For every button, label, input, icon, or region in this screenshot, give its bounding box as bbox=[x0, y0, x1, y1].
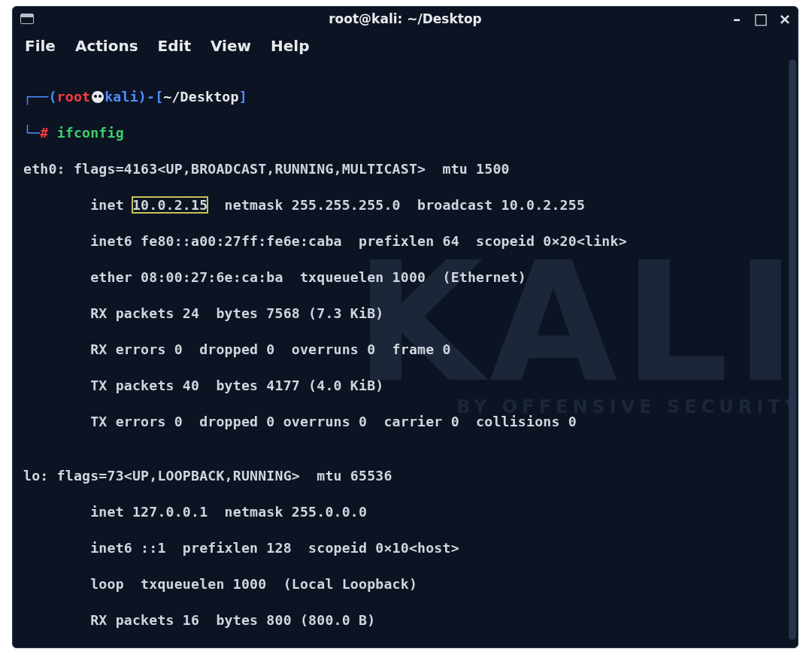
out-eth0-6: RX errors 0 dropped 0 overruns 0 frame 0 bbox=[23, 341, 786, 359]
terminal-viewport[interactable]: KALI BY OFFENSIVE SECURITY ┌──(rootkali)… bbox=[13, 61, 798, 647]
out-eth0-2b: netmask 255.255.255.0 broadcast 10.0.2.2… bbox=[208, 197, 585, 213]
out-eth0-1: eth0: flags=4163<UP,BROADCAST,RUNNING,MU… bbox=[23, 160, 786, 178]
prompt-path: ~/Desktop bbox=[163, 89, 238, 105]
out-lo-6: RX errors 0 dropped 0 overruns 0 frame 0 bbox=[23, 647, 786, 648]
out-lo-2: inet 127.0.0.1 netmask 255.0.0.0 bbox=[23, 503, 786, 521]
prompt-user: root bbox=[57, 89, 91, 105]
out-lo-1: lo: flags=73<UP,LOOPBACK,RUNNING> mtu 65… bbox=[23, 467, 786, 485]
out-eth0-4: ether 08:00:27:6e:ca:ba txqueuelen 1000 … bbox=[23, 268, 786, 287]
close-button[interactable]: × bbox=[777, 10, 793, 28]
menu-view[interactable]: View bbox=[211, 37, 251, 55]
menu-help[interactable]: Help bbox=[271, 37, 309, 55]
menu-actions[interactable]: Actions bbox=[75, 37, 138, 55]
menu-edit[interactable]: Edit bbox=[158, 37, 191, 55]
out-lo-4: loop txqueuelen 1000 (Local Loopback) bbox=[23, 575, 786, 593]
skull-icon bbox=[92, 91, 104, 103]
out-lo-3: inet6 ::1 prefixlen 128 scopeid 0×10<hos… bbox=[23, 539, 786, 557]
titlebar[interactable]: root@kali: ~/Desktop – □ × bbox=[13, 7, 798, 31]
out-eth0-2a: inet bbox=[23, 197, 132, 213]
out-eth0-5: RX packets 24 bytes 7568 (7.3 KiB) bbox=[23, 305, 786, 323]
prompt-host: kali bbox=[105, 89, 138, 105]
terminal-app-icon bbox=[20, 14, 34, 24]
minimize-button[interactable]: – bbox=[729, 10, 745, 28]
menubar: File Actions Edit View Help bbox=[13, 31, 798, 61]
out-lo-5: RX packets 16 bytes 800 (800.0 B) bbox=[23, 611, 786, 629]
menu-file[interactable]: File bbox=[25, 37, 56, 55]
vertical-scrollbar[interactable] bbox=[789, 59, 796, 640]
terminal-window: root@kali: ~/Desktop – □ × File Actions … bbox=[12, 6, 798, 648]
highlighted-ip: 10.0.2.15 bbox=[132, 197, 208, 213]
prompt-symbol: # bbox=[40, 125, 48, 141]
out-eth0-8: TX errors 0 dropped 0 overruns 0 carrier… bbox=[23, 413, 786, 431]
window-controls: – □ × bbox=[729, 10, 793, 28]
out-eth0-3: inet6 fe80::a00:27ff:fe6e:caba prefixlen… bbox=[23, 232, 786, 250]
command-ifconfig: ifconfig bbox=[57, 125, 124, 141]
out-eth0-7: TX packets 40 bytes 4177 (4.0 KiB) bbox=[23, 377, 786, 395]
terminal-text[interactable]: ┌──(rootkali)-[~/Desktop] └─# ifconfig e… bbox=[23, 70, 786, 648]
window-title: root@kali: ~/Desktop bbox=[13, 11, 798, 26]
maximize-button[interactable]: □ bbox=[753, 10, 769, 28]
